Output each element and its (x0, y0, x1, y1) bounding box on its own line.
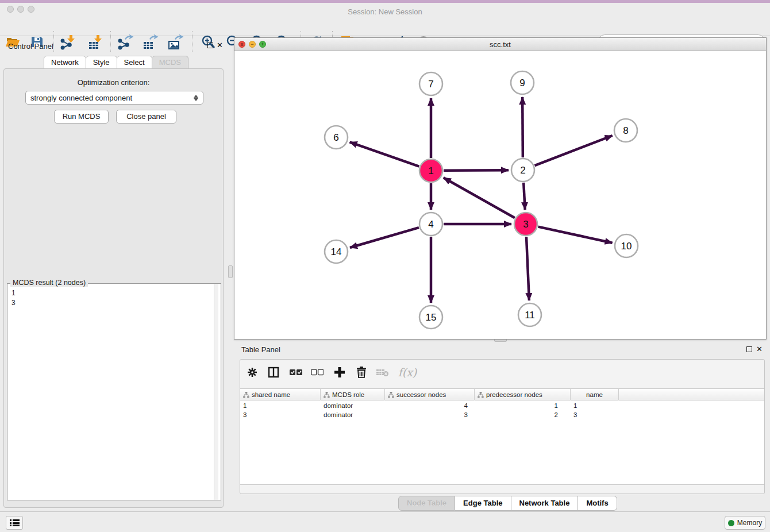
graph-edge-3-1[interactable] (444, 178, 515, 218)
show-columns-icon[interactable] (265, 363, 282, 381)
table-float-icon[interactable] (746, 346, 752, 352)
column-header-mcds-role[interactable]: MCDS role (321, 389, 385, 400)
criterion-select-value: strongly connected component (30, 94, 132, 102)
tab-motifs[interactable]: Motifs (578, 496, 617, 511)
graph-node-label-8: 8 (623, 125, 628, 136)
select-arrows-icon (194, 95, 198, 101)
graph-node-label-11: 11 (525, 310, 535, 321)
hierarchy-icon (478, 392, 484, 398)
tab-select[interactable]: Select (117, 56, 152, 70)
trash-glyph (356, 367, 367, 378)
settings-icon[interactable] (244, 363, 261, 381)
cell-name[interactable]: 3 (571, 410, 619, 419)
table-panel-title: Table Panel (241, 345, 280, 354)
cell-successor-nodes[interactable]: 4 (385, 401, 475, 410)
tab-edge-table[interactable]: Edge Table (455, 496, 511, 511)
column-header-name[interactable]: name (571, 389, 619, 400)
graph-node-label-10: 10 (621, 241, 632, 252)
cell-successor-nodes[interactable]: 3 (385, 410, 475, 419)
control-panel-title: Control Panel (8, 42, 53, 51)
unchecked-boxes-glyph (311, 369, 324, 376)
column-label: successor nodes (396, 391, 471, 398)
column-header-shared-name[interactable]: shared name (240, 389, 321, 400)
app-title: Session: New Session (0, 7, 770, 16)
graph-node-label-4: 4 (428, 219, 433, 230)
hierarchy-icon (243, 392, 249, 398)
memory-status-icon (728, 520, 734, 526)
column-header-predecessor-nodes[interactable]: predecessor nodes (475, 389, 571, 400)
table-row[interactable]: 1dominator411 (240, 401, 764, 410)
status-bar: Memory (0, 511, 770, 532)
vertical-splitter-handle[interactable] (228, 265, 233, 278)
graph-node-label-6: 6 (333, 132, 338, 143)
cell-mcds-role[interactable]: dominator (321, 410, 385, 419)
column-header-successor-nodes[interactable]: successor nodes (385, 389, 475, 400)
hierarchy-icon (324, 392, 330, 398)
cell-predecessor-nodes[interactable]: 1 (475, 401, 571, 410)
optimization-criterion-label: Optimization criterion: (0, 78, 227, 87)
graph-node-label-9: 9 (519, 78, 525, 88)
graph-edge-2-8[interactable] (535, 136, 613, 165)
app-titlebar: Session: New Session (0, 3, 770, 16)
table-close-icon[interactable]: ✕ (756, 346, 763, 352)
graph-edge-2-9[interactable] (522, 97, 523, 157)
columns-glyph (268, 367, 279, 378)
node-table[interactable]: shared nameMCDS rolesuccessor nodesprede… (240, 388, 764, 485)
graph-node-label-7: 7 (428, 79, 433, 90)
select-all-columns-icon[interactable] (287, 363, 305, 381)
add-row-icon[interactable] (331, 363, 348, 381)
fx-glyph: f(x) (398, 366, 417, 379)
column-label: MCDS role (332, 391, 382, 398)
graph-node-label-15: 15 (426, 312, 437, 323)
function-builder-icon[interactable]: f(x) (396, 363, 418, 381)
cell-name[interactable]: 1 (571, 401, 619, 410)
mcds-result-box (7, 283, 221, 500)
graph-node-label-14: 14 (331, 246, 342, 257)
network-canvas[interactable]: 7968124314101511 (234, 51, 766, 339)
column-label: predecessor nodes (486, 391, 567, 398)
table-tabs: Node TableEdge TableNetwork TableMotifs (398, 496, 617, 511)
cell-shared-name[interactable]: 1 (240, 401, 321, 410)
main-toolbar (0, 16, 770, 36)
tab-style[interactable]: Style (86, 56, 117, 70)
memory-button[interactable]: Memory (725, 516, 765, 530)
graph-node-label-2: 2 (520, 165, 525, 176)
tab-network-table[interactable]: Network Table (511, 496, 579, 511)
graph-node-label-1: 1 (428, 165, 433, 176)
tab-node-table[interactable]: Node Table (398, 496, 455, 511)
network-window-title: scc.txt (234, 40, 766, 49)
table-panel: Table Panel ✕ (234, 342, 767, 494)
cell-predecessor-nodes[interactable]: 2 (475, 410, 571, 419)
graph-node-label-3: 3 (523, 219, 528, 230)
float-panel-icon[interactable] (207, 43, 213, 48)
graph-edge-3-10[interactable] (538, 227, 612, 243)
plus-glyph (334, 367, 345, 377)
close-panel-icon[interactable]: ✕ (217, 43, 223, 48)
memory-label: Memory (737, 519, 762, 527)
delete-row-icon[interactable] (353, 363, 370, 381)
cell-mcds-role[interactable]: dominator (321, 401, 385, 410)
cell-shared-name[interactable]: 3 (240, 410, 321, 419)
graph-edge-1-6[interactable] (350, 142, 419, 166)
delete-table-icon[interactable] (374, 363, 391, 381)
deselect-all-columns-icon[interactable] (309, 363, 326, 381)
table-row[interactable]: 3dominator323 (240, 410, 764, 419)
network-window-titlebar[interactable]: x − + scc.txt (234, 38, 766, 51)
list-icon (10, 519, 20, 527)
close-panel-button[interactable]: Close panel (116, 110, 176, 124)
control-panel-tabs: NetworkStyleSelectMCDS (44, 56, 188, 70)
task-history-button[interactable] (6, 516, 23, 530)
criterion-select[interactable]: strongly connected component (25, 91, 203, 105)
run-mcds-button[interactable]: Run MCDS (54, 110, 109, 124)
mcds-result-text: 1 3 (11, 288, 16, 308)
tab-network[interactable]: Network (44, 56, 86, 70)
column-label: shared name (252, 391, 317, 398)
tab-mcds[interactable]: MCDS (152, 56, 188, 70)
graph-edge-4-14[interactable] (350, 228, 419, 248)
graph-edge-1-2[interactable] (444, 170, 509, 171)
result-scrollbar[interactable] (214, 284, 218, 500)
hierarchy-icon (388, 392, 394, 398)
graph-edge-2-3[interactable] (523, 183, 525, 210)
graph-edge-3-11[interactable] (526, 237, 529, 300)
mcds-result-title: MCDS result (2 nodes) (10, 279, 88, 287)
